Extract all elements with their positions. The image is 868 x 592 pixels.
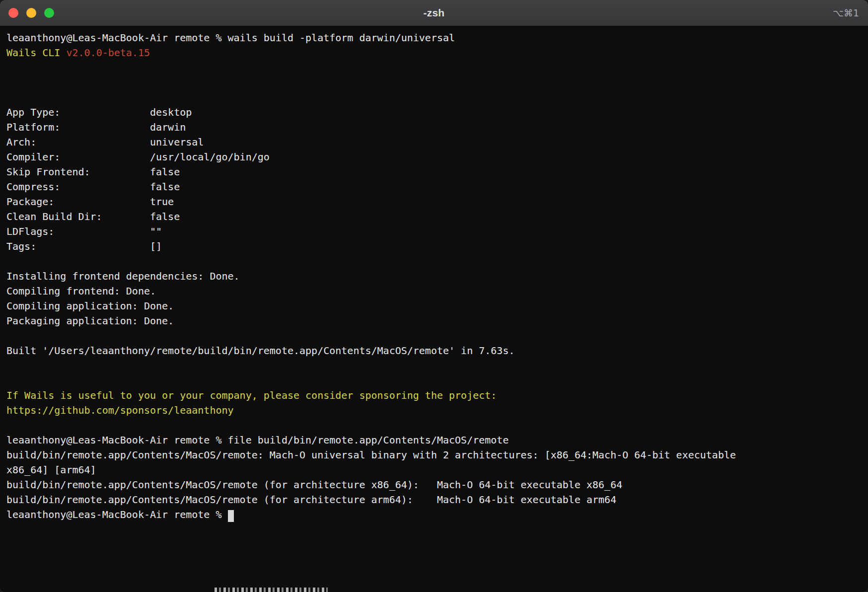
terminal-line: Built '/Users/leaanthony/remote/build/bi… <box>6 343 862 358</box>
terminal-line: build/bin/remote.app/Contents/MacOS/remo… <box>6 447 862 462</box>
terminal-text-segment: Tags: [] <box>6 240 162 252</box>
clipped-window-artifact <box>215 588 328 592</box>
terminal-line <box>6 75 862 90</box>
terminal-line: leaanthony@Leas-MacBook-Air remote % wai… <box>6 30 862 45</box>
titlebar[interactable]: -zsh ⌥⌘1 <box>0 0 868 26</box>
terminal-text-segment: build/bin/remote.app/Contents/MacOS/remo… <box>6 479 622 491</box>
terminal-line: x86_64] [arm64] <box>6 462 862 477</box>
terminal-line <box>6 60 862 75</box>
terminal-line: Arch: universal <box>6 135 862 149</box>
terminal-line: Compiling application: Done. <box>6 298 862 313</box>
terminal-line: Compiler: /usr/local/go/bin/go <box>6 149 862 164</box>
terminal-line <box>6 90 862 105</box>
terminal-text-segment: Compiling application: Done. <box>6 300 174 312</box>
terminal-line: Tags: [] <box>6 239 862 254</box>
terminal-text-segment: If Wails is useful to you or your compan… <box>6 389 497 401</box>
terminal-text-segment: Compress: false <box>6 181 180 193</box>
terminal-line <box>6 358 862 373</box>
terminal-text-segment: Platform: darwin <box>6 121 186 133</box>
terminal-window: -zsh ⌥⌘1 leaanthony@Leas-MacBook-Air rem… <box>0 0 868 592</box>
terminal-line: leaanthony@Leas-MacBook-Air remote % <box>6 507 862 522</box>
terminal-text-segment: v2.0.0-beta.15 <box>66 47 150 59</box>
terminal-text-segment: x86_64] [arm64] <box>6 464 96 476</box>
terminal-screen[interactable]: leaanthony@Leas-MacBook-Air remote % wai… <box>0 26 868 522</box>
terminal-text-segment: leaanthony@Leas-MacBook-Air remote % fil… <box>6 434 508 446</box>
terminal-line <box>6 328 862 343</box>
terminal-text-segment: Clean Build Dir: false <box>6 211 180 222</box>
terminal-line: Package: true <box>6 194 862 209</box>
terminal-text-segment: Arch: universal <box>6 136 204 148</box>
zoom-button[interactable] <box>44 8 54 18</box>
terminal-line: Platform: darwin <box>6 120 862 135</box>
minimize-button[interactable] <box>26 8 36 18</box>
terminal-line: Packaging application: Done. <box>6 313 862 328</box>
terminal-line: Skip Frontend: false <box>6 164 862 179</box>
terminal-text-segment: Installing frontend dependencies: Done. <box>6 270 240 282</box>
terminal-text-segment: build/bin/remote.app/Contents/MacOS/remo… <box>6 449 736 461</box>
window-shortcut-hint: ⌥⌘1 <box>833 0 859 26</box>
terminal-text-segment: Package: true <box>6 196 174 208</box>
terminal-text-segment: Skip Frontend: false <box>6 166 180 178</box>
terminal-line: build/bin/remote.app/Contents/MacOS/remo… <box>6 477 862 492</box>
terminal-line: Clean Build Dir: false <box>6 209 862 224</box>
terminal-text-segment: https://github.com/sponsors/leaanthony <box>6 404 234 416</box>
terminal-text-segment: leaanthony@Leas-MacBook-Air remote % <box>6 509 228 520</box>
terminal-line <box>6 418 862 433</box>
terminal-line: build/bin/remote.app/Contents/MacOS/remo… <box>6 492 862 507</box>
terminal-line: LDFlags: "" <box>6 224 862 239</box>
close-button[interactable] <box>8 8 18 18</box>
terminal-line: Compiling frontend: Done. <box>6 284 862 298</box>
terminal-line <box>6 373 862 388</box>
terminal-text-segment: Compiling frontend: Done. <box>6 285 156 297</box>
terminal-text-segment: Compiler: /usr/local/go/bin/go <box>6 151 270 163</box>
traffic-lights <box>8 0 54 26</box>
terminal-line: leaanthony@Leas-MacBook-Air remote % fil… <box>6 433 862 447</box>
terminal-text-segment: Packaging application: Done. <box>6 315 174 327</box>
terminal-line: If Wails is useful to you or your compan… <box>6 388 862 403</box>
window-title: -zsh <box>424 7 445 19</box>
terminal-text-segment: Wails CLI <box>6 47 66 59</box>
terminal-text-segment: App Type: desktop <box>6 106 192 118</box>
terminal-line: Installing frontend dependencies: Done. <box>6 269 862 284</box>
terminal-cursor <box>228 510 234 522</box>
terminal-line: Wails CLI v2.0.0-beta.15 <box>6 45 862 60</box>
terminal-line: https://github.com/sponsors/leaanthony <box>6 403 862 418</box>
terminal-text-segment: Built '/Users/leaanthony/remote/build/bi… <box>6 345 515 357</box>
terminal-line: App Type: desktop <box>6 105 862 120</box>
terminal-text-segment: LDFlags: "" <box>6 225 162 237</box>
terminal-line: Compress: false <box>6 179 862 194</box>
terminal-line <box>6 254 862 269</box>
terminal-text-segment: leaanthony@Leas-MacBook-Air remote % wai… <box>6 32 455 44</box>
terminal-text-segment: build/bin/remote.app/Contents/MacOS/remo… <box>6 494 616 506</box>
